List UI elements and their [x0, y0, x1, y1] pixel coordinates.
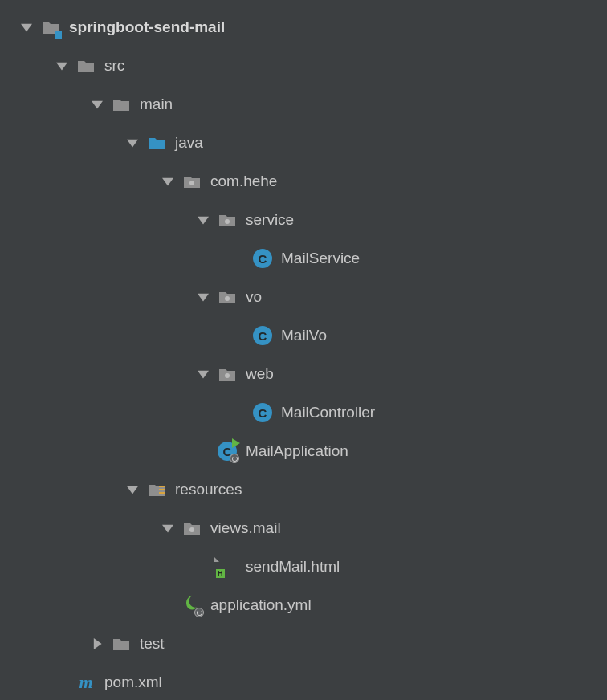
tree-node-label: springboot-send-mail — [69, 18, 225, 36]
tree-node-package-root[interactable]: com.hehe — [0, 162, 607, 201]
tree-node-src[interactable]: src — [0, 47, 607, 85]
chevron-down-icon[interactable] — [18, 18, 35, 36]
tree-node-application-yml[interactable]: application.yml — [0, 586, 607, 625]
tree-node-label: src — [104, 57, 124, 75]
folder-icon — [75, 55, 96, 76]
package-icon — [217, 210, 238, 230]
resources-folder-icon — [146, 479, 167, 500]
tree-node-pom-xml[interactable]: m pom.xml — [0, 663, 607, 700]
tree-node-label: MailController — [281, 404, 375, 421]
chevron-down-icon[interactable] — [194, 288, 212, 306]
tree-node-label: sendMail.html — [246, 558, 340, 576]
package-icon — [217, 364, 238, 385]
java-class-icon: C — [252, 248, 273, 269]
chevron-down-icon[interactable] — [194, 211, 212, 229]
svg-point-2 — [225, 296, 230, 301]
tree-node-main[interactable]: main — [0, 85, 607, 124]
spring-config-icon — [181, 595, 202, 616]
chevron-down-icon[interactable] — [194, 365, 212, 383]
java-class-icon: C — [252, 325, 273, 346]
tree-node-label: MailService — [281, 250, 360, 267]
tree-node-mail-vo[interactable]: C MailVo — [0, 316, 607, 355]
tree-node-mail-application[interactable]: C MailApplication — [0, 432, 607, 470]
tree-node-label: service — [246, 211, 294, 229]
tree-node-label: pom.xml — [104, 674, 162, 691]
tree-node-resources[interactable]: resources — [0, 470, 607, 509]
tree-node-label: MailVo — [281, 327, 327, 344]
tree-node-label: web — [246, 365, 274, 383]
html-file-icon: H — [217, 556, 238, 577]
tree-node-label: main — [140, 96, 173, 113]
tree-node-test[interactable]: test — [0, 625, 607, 663]
tree-node-send-mail-html[interactable]: H sendMail.html — [0, 547, 607, 586]
tree-node-label: application.yml — [210, 596, 312, 614]
folder-icon — [111, 94, 132, 115]
tree-node-vo[interactable]: vo — [0, 278, 607, 316]
tree-node-label: com.hehe — [210, 173, 277, 190]
svg-point-1 — [225, 219, 230, 224]
package-icon — [217, 287, 238, 307]
chevron-down-icon[interactable] — [124, 481, 141, 499]
tree-node-java[interactable]: java — [0, 124, 607, 162]
chevron-down-icon[interactable] — [88, 96, 106, 113]
java-class-icon: C — [252, 402, 273, 423]
tree-node-mail-controller[interactable]: C MailController — [0, 393, 607, 432]
tree-node-project-root[interactable]: springboot-send-mail — [0, 8, 607, 47]
tree-node-label: resources — [175, 481, 242, 499]
package-icon — [181, 171, 202, 192]
tree-node-label: test — [140, 635, 165, 653]
module-folder-icon — [40, 17, 61, 38]
package-icon — [181, 518, 202, 539]
folder-icon — [111, 633, 132, 654]
tree-node-label: views.mail — [210, 519, 281, 537]
tree-node-label: java — [175, 134, 203, 152]
svg-point-3 — [225, 373, 230, 378]
tree-node-service[interactable]: service — [0, 201, 607, 239]
chevron-down-icon[interactable] — [159, 173, 177, 190]
java-runnable-class-icon: C — [217, 441, 238, 462]
source-folder-icon — [146, 132, 167, 153]
svg-point-0 — [189, 181, 194, 185]
tree-node-label: vo — [246, 288, 262, 306]
chevron-down-icon[interactable] — [53, 57, 71, 75]
chevron-right-icon[interactable] — [88, 635, 106, 653]
tree-node-views-mail[interactable]: views.mail — [0, 509, 607, 547]
chevron-down-icon[interactable] — [159, 519, 177, 537]
tree-node-label: MailApplication — [246, 442, 348, 460]
chevron-down-icon[interactable] — [124, 134, 141, 152]
tree-node-mail-service[interactable]: C MailService — [0, 239, 607, 278]
svg-point-4 — [189, 527, 194, 532]
maven-file-icon: m — [75, 672, 96, 693]
tree-node-web[interactable]: web — [0, 355, 607, 393]
